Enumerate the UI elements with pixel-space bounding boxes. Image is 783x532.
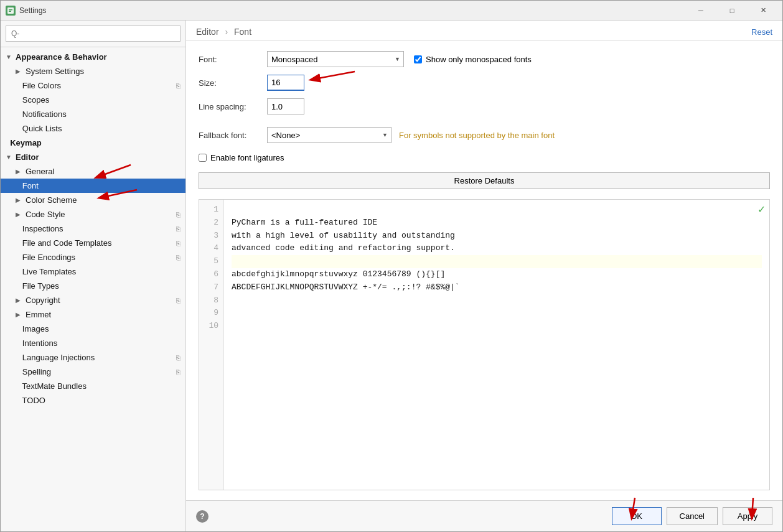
cancel-button[interactable]: Cancel — [667, 507, 718, 525]
sidebar-item-general[interactable]: ▶ General — [1, 164, 185, 179]
sidebar-item-live-templates[interactable]: Live Templates — [1, 264, 185, 279]
sidebar-item-file-types[interactable]: File Types — [1, 279, 185, 293]
sidebar-item-file-encodings[interactable]: File Encodings ⎘ — [1, 250, 185, 264]
breadcrumb-separator: › — [225, 27, 228, 37]
sidebar-item-textmate-bundles[interactable]: TextMate Bundles — [1, 379, 185, 393]
sidebar-item-quick-lists[interactable]: Quick Lists — [1, 121, 185, 136]
line-num-8: 8 — [204, 294, 218, 307]
monospaced-checkbox-row: Show only monospaced fonts — [414, 55, 532, 64]
title-bar: Settings ─ □ ✕ — [1, 1, 782, 21]
line-num-10: 10 — [204, 320, 218, 333]
sidebar-item-file-colors[interactable]: File Colors ⎘ — [1, 78, 185, 93]
sidebar-item-copyright[interactable]: ▶ Copyright ⎘ — [1, 293, 185, 307]
font-select[interactable]: Monospaced Arial Consolas Courier New De… — [267, 51, 404, 67]
font-select-wrapper: Monospaced Arial Consolas Courier New De… — [267, 51, 404, 67]
copy-icon: ⎘ — [176, 211, 181, 218]
sidebar-item-inspections[interactable]: Inspections ⎘ — [1, 222, 185, 236]
window-title: Settings — [19, 6, 46, 15]
size-label: Size: — [199, 78, 267, 88]
sidebar-item-emmet[interactable]: ▶ Emmet — [1, 307, 185, 322]
window-controls: ─ □ ✕ — [687, 1, 777, 21]
line-num-2: 2 — [204, 217, 218, 230]
fallback-font-select[interactable]: <None> Arial Consolas — [267, 127, 392, 143]
sidebar-item-language-injections[interactable]: Language Injections ⎘ — [1, 350, 185, 365]
sidebar-tree: ▼ Appearance & Behavior ▶ System Setting… — [1, 47, 185, 531]
sidebar-item-images[interactable]: Images — [1, 322, 185, 336]
expand-arrow: ▶ — [16, 68, 23, 75]
search-box — [1, 21, 185, 47]
sidebar: ▼ Appearance & Behavior ▶ System Setting… — [1, 21, 186, 531]
maximize-button[interactable]: □ — [718, 1, 746, 21]
fallback-font-row: Fallback font: <None> Arial Consolas For… — [199, 127, 770, 143]
sidebar-item-intentions[interactable]: Intentions — [1, 336, 185, 350]
line-num-7: 7 — [204, 281, 218, 294]
size-input[interactable] — [267, 75, 304, 91]
reset-link[interactable]: Reset — [751, 27, 772, 37]
search-input[interactable] — [6, 26, 181, 42]
bottom-bar: ? OK Cancel Apply — [186, 500, 782, 531]
sidebar-item-keymap[interactable]: Keymap — [1, 136, 185, 150]
expand-arrow: ▶ — [16, 211, 23, 218]
breadcrumb-current: Font — [234, 27, 251, 37]
fallback-font-label: Fallback font: — [199, 131, 267, 140]
expand-arrow: ▼ — [6, 54, 13, 61]
line-num-6: 6 — [204, 268, 218, 281]
font-label: Font: — [199, 55, 267, 64]
line-spacing-label: Line spacing: — [199, 102, 267, 111]
copy-icon: ⎘ — [176, 254, 181, 261]
svg-rect-1 — [9, 9, 12, 11]
ligatures-label: Enable font ligatures — [210, 153, 284, 162]
preview-line-1: PyCharm is a full-featured IDE — [232, 218, 377, 227]
preview-area: 1 2 3 4 5 6 7 8 9 10 PyCharm is a full-f… — [199, 199, 770, 490]
ok-button[interactable]: OK — [612, 507, 662, 525]
line-num-3: 3 — [204, 230, 218, 243]
app-icon — [6, 6, 16, 16]
expand-arrow: ▼ — [6, 154, 13, 161]
copy-icon: ⎘ — [176, 297, 181, 304]
preview-code: PyCharm is a full-featured IDE with a hi… — [224, 200, 769, 490]
check-icon: ✓ — [757, 203, 766, 215]
line-num-4: 4 — [204, 242, 218, 255]
fallback-hint: For symbols not supported by the main fo… — [399, 131, 555, 140]
line-num-1: 1 — [204, 203, 218, 217]
sidebar-item-color-scheme[interactable]: ▶ Color Scheme — [1, 193, 185, 207]
copy-icon: ⎘ — [176, 240, 181, 247]
help-button[interactable]: ? — [196, 510, 209, 523]
show-monospaced-checkbox[interactable] — [414, 55, 422, 63]
apply-button[interactable]: Apply — [723, 507, 772, 525]
sidebar-item-font[interactable]: Font — [1, 179, 185, 193]
sidebar-item-todo[interactable]: TODO — [1, 393, 185, 408]
preview-line-3: advanced code editing and refactoring su… — [232, 243, 455, 253]
sidebar-item-appearance-behavior[interactable]: ▼ Appearance & Behavior — [1, 50, 185, 64]
restore-defaults-button[interactable]: Restore Defaults — [199, 172, 770, 189]
expand-arrow: ▶ — [16, 168, 23, 175]
breadcrumb: Editor › Font — [196, 27, 251, 37]
fallback-font-select-wrapper: <None> Arial Consolas — [267, 127, 392, 143]
preview-line-2: with a high level of usability and outst… — [232, 231, 455, 240]
copy-icon: ⎘ — [176, 368, 181, 376]
sidebar-item-system-settings[interactable]: ▶ System Settings — [1, 64, 185, 78]
expand-arrow: ▶ — [16, 297, 23, 304]
copy-icon: ⎘ — [176, 82, 181, 90]
sidebar-item-code-style[interactable]: ▶ Code Style ⎘ — [1, 207, 185, 222]
minimize-button[interactable]: ─ — [687, 1, 715, 21]
sidebar-item-editor[interactable]: ▼ Editor — [1, 150, 185, 164]
ligatures-checkbox[interactable] — [199, 154, 207, 162]
line-spacing-input[interactable] — [267, 98, 304, 114]
preview-line-4 — [232, 255, 762, 268]
breadcrumb-parent: Editor — [196, 27, 219, 37]
sidebar-item-file-and-code-templates[interactable]: File and Code Templates ⎘ — [1, 236, 185, 250]
line-num-9: 9 — [204, 307, 218, 320]
sidebar-item-notifications[interactable]: Notifications — [1, 107, 185, 121]
sidebar-item-spelling[interactable]: Spelling ⎘ — [1, 365, 185, 379]
preview-line-5: abcdefghijklmnopqrstuvwxyz 0123456789 ()… — [232, 269, 445, 279]
sidebar-item-scopes[interactable]: Scopes — [1, 93, 185, 107]
expand-arrow: ▶ — [16, 311, 23, 319]
expand-arrow: ▶ — [16, 197, 23, 204]
copy-icon: ⎘ — [176, 354, 181, 362]
content-area: ▼ Appearance & Behavior ▶ System Setting… — [1, 21, 782, 531]
close-button[interactable]: ✕ — [749, 1, 777, 21]
line-num-5: 5 — [204, 255, 218, 268]
show-monospaced-label: Show only monospaced fonts — [426, 55, 532, 64]
main-panel: Editor › Font Reset Font: Monospaced Ari… — [186, 21, 782, 531]
